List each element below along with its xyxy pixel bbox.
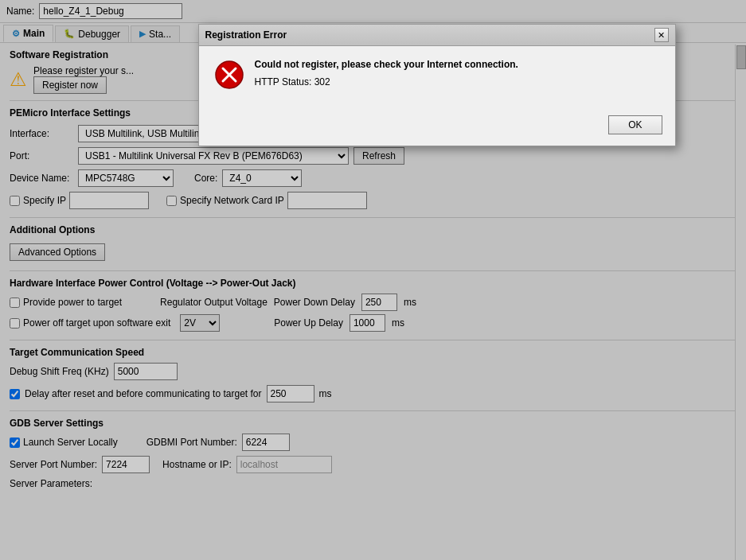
error-text-block: Could not register, please check your In… [255,59,518,88]
error-main-text: Could not register, please check your In… [255,59,518,70]
ok-button[interactable]: OK [608,115,662,134]
main-window: Name: ⚙ Main 🐛 Debugger ▶ Sta... Softwar… [0,0,746,560]
error-dialog: Registration Error ✕ Could not r [198,24,676,146]
error-dialog-titlebar: Registration Error ✕ [199,25,675,46]
error-status-text: HTTP Status: 302 [255,76,518,88]
error-content-row: Could not register, please check your In… [215,59,659,96]
error-dialog-title: Registration Error [205,29,287,41]
modal-overlay: Registration Error ✕ Could not r [0,0,746,560]
error-dialog-footer: OK [199,109,675,146]
error-dialog-close-button[interactable]: ✕ [654,28,669,42]
error-icon [215,60,244,96]
error-dialog-body: Could not register, please check your In… [199,46,675,109]
